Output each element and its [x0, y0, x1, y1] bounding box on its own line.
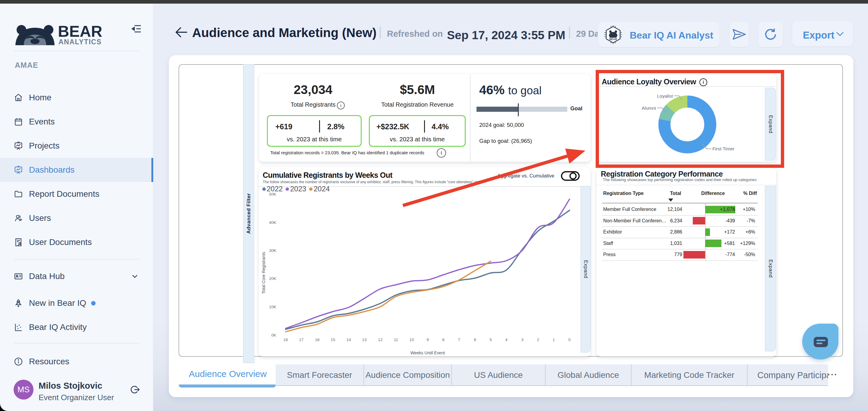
svg-text:BEAR: BEAR — [609, 38, 617, 41]
